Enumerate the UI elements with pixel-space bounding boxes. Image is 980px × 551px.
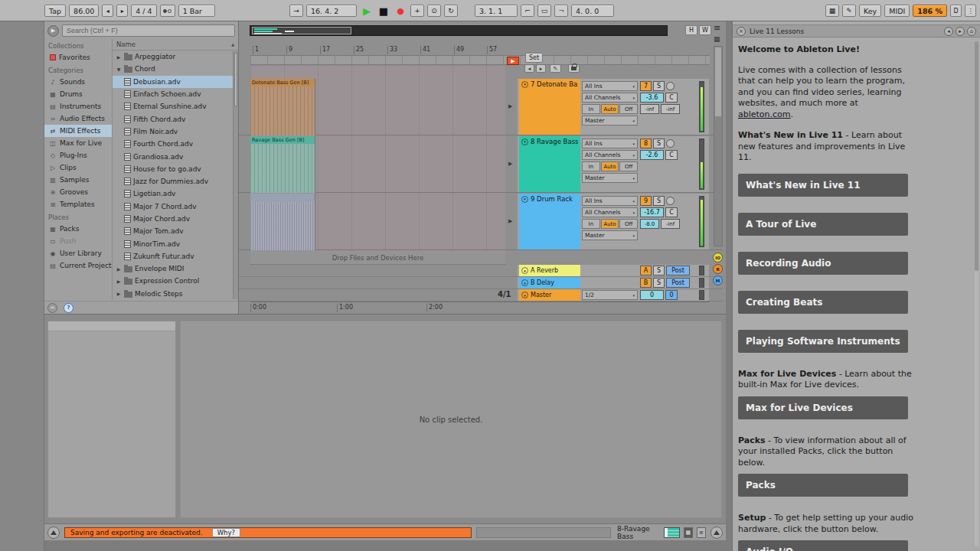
- monitor-auto-button[interactable]: Auto: [601, 219, 619, 229]
- zoom-width-button[interactable]: W: [699, 25, 711, 35]
- selected-clip-chip[interactable]: 8-Ravage Bass ▦ ≡: [617, 525, 706, 540]
- track-activator[interactable]: 7: [640, 81, 652, 91]
- cue-out-select[interactable]: 1/2▾: [582, 290, 638, 300]
- file-row[interactable]: ▶Arpeggiator: [113, 51, 238, 63]
- track-fold-icon[interactable]: ▶: [508, 103, 512, 109]
- sidebar-item-current-project[interactable]: ▤Current Project: [44, 259, 112, 272]
- zoom-height-button[interactable]: H: [685, 25, 697, 35]
- caret-icon[interactable]: ▼: [116, 67, 122, 72]
- draw-mode-icon[interactable]: ✎: [550, 64, 561, 73]
- sidebar-item-midi-effects[interactable]: ⇄MIDI Effects: [44, 125, 112, 137]
- file-row[interactable]: MinorTim.adv: [113, 237, 238, 249]
- sidebar-item-samples[interactable]: ▥Samples: [44, 174, 112, 186]
- volume-field[interactable]: -16.7: [640, 207, 664, 217]
- input-type-select[interactable]: All Ins▾: [582, 139, 638, 148]
- drop-zone[interactable]: Drop Files and Devices Here: [250, 251, 505, 265]
- lesson-button-creating-beats[interactable]: Creating Beats: [738, 291, 908, 314]
- sidebar-item-instruments[interactable]: ▤Instruments: [44, 100, 112, 112]
- input-channel-select[interactable]: All Channels▾: [582, 93, 638, 103]
- arrangement-scrollbar[interactable]: [714, 46, 723, 246]
- sidebar-item-plug-ins[interactable]: ◇Plug-Ins: [44, 149, 112, 161]
- pan-field[interactable]: C: [665, 93, 678, 103]
- lesson-button-packs[interactable]: Packs: [738, 474, 908, 497]
- master-volume-field[interactable]: 0: [640, 290, 664, 300]
- hamburger-icon[interactable]: ≡: [714, 24, 720, 32]
- monitor-off-button[interactable]: Off: [619, 104, 638, 114]
- sort-icon[interactable]: ▲: [231, 42, 234, 47]
- monitor-in-button[interactable]: In: [582, 219, 600, 229]
- master-track-header[interactable]: ▾Master: [519, 289, 580, 301]
- input-type-select[interactable]: All Ins▾: [582, 196, 638, 206]
- reenable-automation-button[interactable]: ↻: [444, 5, 458, 17]
- file-row[interactable]: ▶Melodic Steps: [113, 288, 238, 300]
- return-activator[interactable]: A: [640, 266, 652, 276]
- punch-in-button[interactable]: ⌐: [521, 5, 534, 17]
- tap-tempo-button[interactable]: Tap: [44, 5, 66, 17]
- sidebar-item-packs[interactable]: ▦Packs: [44, 223, 112, 235]
- lessons-scrollbar[interactable]: [975, 41, 978, 546]
- key-map-button[interactable]: Key: [859, 5, 881, 17]
- file-row[interactable]: Jazz for Dummies.adv: [113, 175, 238, 187]
- lesson-button-whats-new[interactable]: What's New in Live 11: [738, 174, 908, 197]
- return-track-header[interactable]: ▾A Reverb: [519, 265, 580, 276]
- file-row[interactable]: ▼Chord: [113, 63, 238, 75]
- input-channel-select[interactable]: All Channels▾: [582, 150, 638, 160]
- track-collapse-icon[interactable]: ▾: [521, 267, 528, 274]
- track-fold-icon[interactable]: ▶: [508, 218, 512, 224]
- previous-locator-button[interactable]: ◂: [524, 64, 534, 73]
- nudge-down-button[interactable]: ◂: [102, 5, 113, 17]
- caret-icon[interactable]: ▶: [116, 279, 122, 284]
- pan-field[interactable]: C: [665, 150, 678, 160]
- show-io-toggle[interactable]: IO: [713, 253, 723, 262]
- metronome-toggle[interactable]: [160, 5, 175, 17]
- pre-post-toggle[interactable]: Post: [666, 266, 690, 276]
- loop-start-field[interactable]: 3. 1. 1: [475, 5, 518, 17]
- file-list-scrollbar[interactable]: [233, 51, 238, 299]
- file-row[interactable]: Zukunft Futur.adv: [113, 250, 238, 262]
- sidebar-item-drums[interactable]: ▦Drums: [44, 88, 112, 100]
- lesson-button-max-for-live[interactable]: Max for Live Devices: [738, 396, 908, 419]
- lesson-button-audio-io[interactable]: Audio I/O: [738, 540, 908, 551]
- file-row[interactable]: Major Tom.adv: [113, 225, 238, 237]
- file-row[interactable]: Einfach Schoen.adv: [113, 88, 238, 100]
- time-signature-field[interactable]: 4 / 4: [131, 5, 156, 17]
- track-activator[interactable]: 9: [640, 196, 652, 206]
- automation-arm-button[interactable]: ⊙: [427, 5, 441, 17]
- track-header[interactable]: ▾9 Drum Rack: [519, 194, 580, 249]
- clip-view-toggle-icon[interactable]: ▦: [684, 527, 693, 538]
- caret-icon[interactable]: ▶: [116, 291, 122, 296]
- midi-map-button[interactable]: MIDI: [884, 5, 910, 17]
- output-select[interactable]: Master▾: [582, 173, 638, 183]
- arm-button[interactable]: [666, 82, 675, 90]
- master-pan-field[interactable]: 0: [665, 290, 678, 300]
- arrangement-position-field[interactable]: 16. 4. 2: [306, 5, 357, 17]
- monitor-off-button[interactable]: Off: [619, 161, 638, 171]
- output-select[interactable]: Master▾: [582, 116, 638, 126]
- stop-button[interactable]: ■: [377, 6, 390, 16]
- preview-volume-icon[interactable]: [47, 527, 60, 539]
- sidebar-item-clips[interactable]: ▷Clips: [44, 161, 112, 174]
- file-row[interactable]: ▶Expression Control: [113, 275, 238, 287]
- lock-envelopes-icon[interactable]: [568, 64, 580, 73]
- punch-region-marker[interactable]: ▶: [507, 57, 519, 65]
- pan-field[interactable]: C: [665, 207, 678, 217]
- volume-field[interactable]: -2.6: [640, 150, 664, 160]
- caret-icon[interactable]: ▶: [116, 266, 122, 272]
- solo-button[interactable]: S: [653, 81, 665, 91]
- monitor-auto-button[interactable]: Auto: [601, 161, 619, 171]
- solo-button[interactable]: S: [653, 139, 665, 148]
- track-collapse-icon[interactable]: ▾: [521, 292, 528, 298]
- forward-icon[interactable]: ▸: [956, 27, 965, 36]
- ableton-link[interactable]: ableton.com: [738, 109, 791, 119]
- sidebar-item-templates[interactable]: ⊞Templates: [44, 198, 112, 210]
- arrangement-clip[interactable]: [250, 194, 315, 250]
- file-row[interactable]: Grandiosa.adv: [113, 150, 238, 162]
- time-ruler[interactable]: 0:00 1:00 2:00: [250, 302, 710, 312]
- sidebar-item-favorites[interactable]: Favorites: [44, 51, 112, 64]
- monitor-in-button[interactable]: In: [582, 161, 600, 171]
- next-locator-button[interactable]: ▸: [536, 64, 546, 73]
- file-row[interactable]: House for to go.adv: [113, 163, 238, 175]
- info-toggle-icon[interactable]: ?: [64, 303, 74, 313]
- clip-panel-tab-bar[interactable]: [48, 321, 175, 331]
- monitor-in-button[interactable]: In: [582, 104, 600, 114]
